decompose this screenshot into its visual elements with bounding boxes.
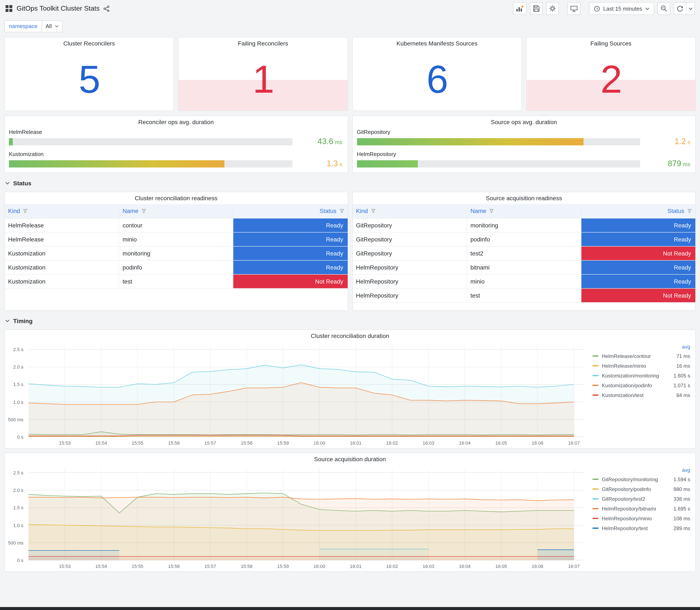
legend: avg GitRepository/monitoring1.594 sGitRe… bbox=[587, 466, 693, 569]
dashboard-settings-button[interactable] bbox=[546, 2, 559, 15]
section-header-timing[interactable]: Timing bbox=[5, 316, 695, 326]
cell-kind: HelmRelease bbox=[5, 232, 119, 246]
bar-gauge-row: GitRepository1.2s bbox=[357, 129, 690, 146]
section-header-status[interactable]: Status bbox=[5, 178, 695, 188]
legend: avg HelmRelease/contour71 msHelmRelease/… bbox=[587, 343, 693, 446]
chevron-down-icon bbox=[5, 319, 10, 323]
series-avg-value: 1.605 s bbox=[667, 373, 690, 379]
gauge-fill bbox=[357, 138, 583, 145]
cell-kind: GitRepository bbox=[353, 218, 467, 232]
cell-name: bitnami bbox=[467, 260, 581, 274]
legend-item[interactable]: Kustomization/monitoring1.605 s bbox=[592, 371, 690, 381]
cell-kind: Kustomization bbox=[5, 260, 119, 274]
legend-item[interactable]: HelmRepository/bitnami1.695 s bbox=[592, 504, 690, 514]
legend-avg-header[interactable]: avg bbox=[592, 343, 690, 351]
x-axis-label: 15:53 bbox=[59, 440, 71, 446]
chevron-down-icon bbox=[5, 181, 10, 185]
plot-area[interactable] bbox=[29, 345, 585, 437]
column-header-name[interactable]: Name bbox=[119, 204, 233, 218]
panel-title[interactable]: Cluster reconciliation duration bbox=[5, 330, 695, 342]
series-color-swatch bbox=[592, 508, 599, 509]
refresh-icon bbox=[677, 5, 683, 12]
legend-item[interactable]: Kustomization/podinfo1.071 s bbox=[592, 381, 690, 390]
stat-panel-failing-sources: Failing Sources 2 bbox=[526, 37, 696, 111]
gauge-value: 1.3s bbox=[298, 159, 342, 168]
bar-gauge-row: Kustomization1.3s bbox=[9, 151, 342, 168]
column-header-kind[interactable]: Kind bbox=[353, 204, 467, 218]
dashboard-grid-icon[interactable] bbox=[5, 5, 13, 12]
tv-mode-button[interactable] bbox=[567, 2, 581, 15]
y-axis-label: 2.0 s bbox=[13, 487, 23, 493]
gauge-track bbox=[357, 160, 640, 167]
status-badge: Ready bbox=[581, 232, 695, 246]
filter-icon[interactable] bbox=[339, 209, 344, 213]
variable-label-namespace[interactable]: namespace bbox=[4, 20, 42, 32]
gauge-value: 879ms bbox=[646, 159, 690, 168]
legend-item[interactable]: GitRepository/podinfo980 ms bbox=[592, 484, 690, 494]
legend-item[interactable]: GitRepository/test2338 ms bbox=[592, 494, 690, 504]
filter-icon[interactable] bbox=[489, 209, 494, 213]
series-color-swatch bbox=[592, 518, 599, 519]
table-header-row: KindNameStatus bbox=[353, 204, 695, 218]
refresh-interval-dropdown[interactable] bbox=[686, 2, 695, 15]
x-axis-label: 16:00 bbox=[313, 564, 325, 569]
filter-icon[interactable] bbox=[23, 209, 28, 213]
filter-icon[interactable] bbox=[371, 209, 375, 213]
gauge-label: HelmRelease bbox=[9, 129, 342, 135]
panel-reconciler-ops-duration: Reconciler ops avg. duration HelmRelease… bbox=[4, 116, 348, 173]
zoom-out-button[interactable] bbox=[657, 2, 670, 15]
panel-title[interactable]: Source ops avg. duration bbox=[353, 116, 695, 128]
x-axis-label: 15:56 bbox=[168, 440, 180, 446]
x-axis-label: 16:00 bbox=[313, 440, 325, 446]
refresh-button[interactable] bbox=[674, 2, 686, 15]
panel-title[interactable]: Cluster reconciliation readiness bbox=[5, 192, 347, 204]
status-badge: Ready bbox=[581, 218, 695, 232]
x-axis-label: 15:58 bbox=[241, 564, 253, 569]
cell-kind: GitRepository bbox=[353, 232, 467, 246]
y-axis-label: 500 ms bbox=[8, 540, 23, 545]
legend-item[interactable]: HelmRepository/test289 ms bbox=[592, 523, 690, 533]
share-icon[interactable] bbox=[103, 5, 110, 12]
page-title: GitOps Toolkit Cluster Stats bbox=[17, 5, 100, 12]
filter-icon[interactable] bbox=[687, 209, 692, 213]
plot-canvas[interactable] bbox=[29, 345, 585, 437]
column-header-status[interactable]: Status bbox=[581, 204, 695, 218]
panel-title[interactable]: Reconciler ops avg. duration bbox=[5, 116, 347, 128]
filter-icon[interactable] bbox=[141, 209, 146, 213]
series-avg-value: 289 ms bbox=[667, 525, 690, 531]
stat-panel-failing-reconcilers: Failing Reconcilers 1 bbox=[178, 37, 348, 111]
status-badge: Not Ready bbox=[581, 246, 695, 260]
column-header-name[interactable]: Name bbox=[467, 204, 581, 218]
series-color-swatch bbox=[592, 395, 599, 396]
panel-title[interactable]: Source acquisition readiness bbox=[353, 192, 695, 204]
legend-item[interactable]: Kustomization/test84 ms bbox=[592, 390, 690, 400]
x-axis-label: 15:57 bbox=[205, 564, 216, 569]
panel-cluster-reconciliation-duration: Cluster reconciliation duration 0 s500 m… bbox=[4, 330, 696, 448]
legend-item[interactable]: GitRepository/monitoring1.594 s bbox=[592, 475, 690, 484]
time-range-picker[interactable]: Last 15 minutes bbox=[589, 2, 654, 15]
series-name: HelmRepository/bitnami bbox=[602, 505, 667, 512]
chevron-down-icon bbox=[688, 7, 693, 10]
legend-item[interactable]: HelmRepository/minio108 ms bbox=[592, 514, 690, 523]
cell-name: minio bbox=[119, 232, 233, 246]
y-axis-label: 2.0 s bbox=[13, 364, 23, 369]
bar-gauge-row: HelmRepository879ms bbox=[357, 151, 690, 168]
plot-canvas[interactable] bbox=[29, 468, 585, 560]
x-axis-label: 15:56 bbox=[168, 564, 180, 569]
plot-area[interactable] bbox=[29, 468, 585, 560]
x-axis-label: 16:04 bbox=[459, 564, 471, 569]
column-header-status[interactable]: Status bbox=[233, 204, 347, 218]
save-dashboard-button[interactable] bbox=[530, 2, 543, 15]
table-row: GitRepositorypodinfoReady bbox=[353, 232, 695, 246]
cell-name: test bbox=[119, 274, 233, 288]
panel-title[interactable]: Source acquisition duration bbox=[5, 453, 695, 465]
x-axis-label: 16:02 bbox=[386, 564, 398, 569]
y-axis-label: 0 s bbox=[17, 558, 23, 563]
legend-avg-header[interactable]: avg bbox=[592, 466, 690, 475]
variable-value-dropdown[interactable]: All bbox=[42, 20, 62, 32]
table-row: HelmRepositoryminioReady bbox=[353, 274, 695, 288]
column-header-kind[interactable]: Kind bbox=[5, 204, 119, 218]
legend-item[interactable]: HelmRelease/contour71 ms bbox=[592, 351, 690, 361]
add-panel-button[interactable] bbox=[513, 2, 526, 15]
legend-item[interactable]: HelmRelease/minio16 ms bbox=[592, 361, 690, 371]
